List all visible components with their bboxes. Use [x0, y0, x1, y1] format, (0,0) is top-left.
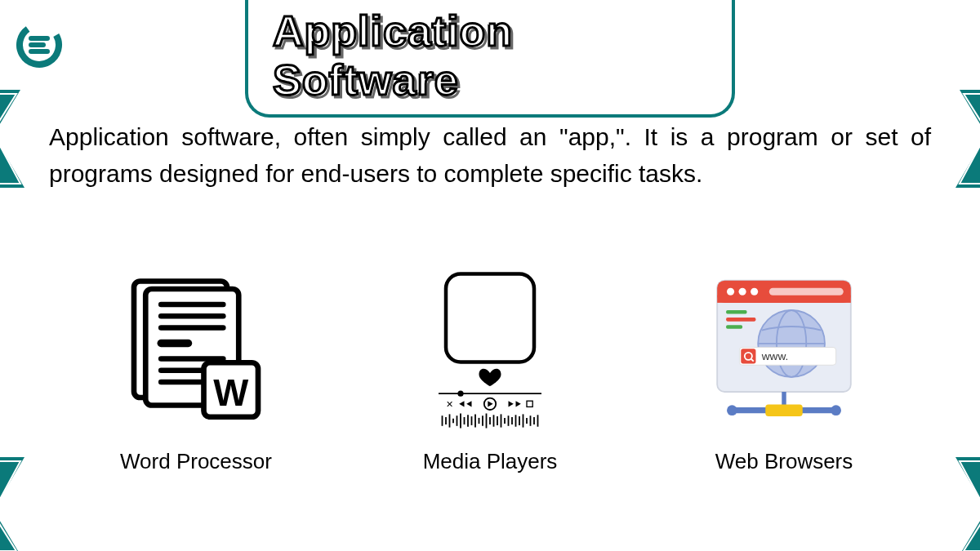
- svg-rect-65: [765, 404, 802, 416]
- corner-decoration-icon: [919, 457, 980, 551]
- description-text: Application software, often simply calle…: [49, 118, 931, 192]
- svg-rect-54: [726, 325, 742, 329]
- svg-point-50: [751, 288, 758, 295]
- examples-row: W Word Processor ✕: [114, 269, 866, 474]
- media-player-icon: ✕: [408, 269, 572, 433]
- corner-decoration-icon: [0, 457, 61, 551]
- svg-text:W: W: [213, 372, 248, 414]
- example-item: ✕ M: [408, 269, 572, 474]
- title-container: Application Software Application Softwar…: [245, 0, 735, 118]
- svg-point-67: [831, 405, 841, 415]
- svg-rect-53: [726, 318, 755, 322]
- example-item: W Word Processor: [114, 269, 278, 474]
- brand-logo-icon: [15, 20, 64, 69]
- svg-point-48: [727, 288, 734, 295]
- svg-point-14: [457, 391, 463, 397]
- example-item: www. Web Browsers: [702, 269, 866, 474]
- word-processor-icon: W: [114, 269, 278, 433]
- svg-rect-52: [726, 310, 746, 314]
- svg-rect-47: [717, 295, 851, 303]
- url-text: www.: [761, 350, 789, 362]
- svg-rect-51: [769, 288, 844, 295]
- svg-text:✕: ✕: [446, 399, 453, 409]
- example-label: Media Players: [423, 449, 558, 474]
- svg-point-49: [739, 288, 746, 295]
- web-browser-icon: www.: [702, 269, 866, 433]
- example-label: Web Browsers: [715, 449, 853, 474]
- example-label: Word Processor: [120, 449, 272, 474]
- page-title: Application Software Application Softwar…: [273, 7, 707, 104]
- svg-rect-17: [527, 401, 532, 407]
- svg-point-66: [727, 405, 737, 415]
- svg-rect-12: [446, 274, 534, 362]
